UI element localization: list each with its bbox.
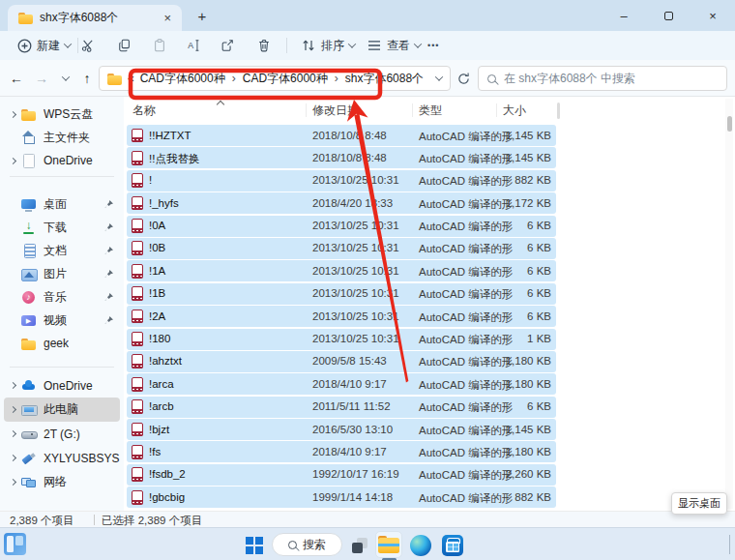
sidebar-item-label: WPS云盘 <box>44 106 93 123</box>
edge-icon <box>410 535 431 556</box>
column-header-size[interactable]: 大小 <box>503 103 526 119</box>
file-row[interactable]: !!HZTXT 2018/10/8 8:48 AutoCAD 编译的形 1,14… <box>127 125 556 146</box>
file-row[interactable]: !0A 2013/10/25 10:31 AutoCAD 编译的形 6 KB <box>127 216 556 237</box>
expand-chevron-icon[interactable] <box>10 430 16 437</box>
file-row[interactable]: !1B 2013/10/25 10:31 AutoCAD 编译的形 6 KB <box>127 283 556 305</box>
file-name: ! <box>149 174 152 186</box>
sidebar-item[interactable]: 图片 <box>4 262 120 285</box>
address-bar[interactable]: « CAD字体6000种 › CAD字体6000种 › shx字体6088个 <box>99 66 451 91</box>
file-row[interactable]: !gbcbig 1999/1/14 14:18 AutoCAD 编译的形 882… <box>127 486 556 508</box>
file-date-modified: 2011/5/11 11:52 <box>312 400 391 412</box>
expand-chevron-icon[interactable] <box>10 157 16 163</box>
close-button[interactable]: × <box>691 0 735 31</box>
column-header-type[interactable]: 类型 <box>419 103 442 119</box>
breadcrumb-overflow[interactable]: « <box>128 72 134 85</box>
edge-browser-button[interactable] <box>408 533 433 558</box>
file-row[interactable]: !bjzt 2016/5/30 13:10 AutoCAD 编译的形 1,145… <box>127 419 556 440</box>
widgets-icon[interactable] <box>4 533 26 555</box>
column-separator[interactable] <box>557 103 560 119</box>
file-explorer-taskbar-button[interactable] <box>375 531 402 558</box>
sidebar-item[interactable]: 视频 <box>4 309 120 332</box>
start-button[interactable] <box>242 533 267 558</box>
breadcrumb-item[interactable]: CAD字体6000种 <box>243 71 328 87</box>
breadcrumb-item[interactable]: CAD字体6000种 <box>140 71 225 87</box>
explorer-tab[interactable]: shx字体6088个 × <box>8 5 182 31</box>
share-button[interactable] <box>213 33 242 58</box>
tab-close-icon[interactable]: × <box>161 11 174 25</box>
file-row[interactable]: !arcb 2011/5/11 11:52 AutoCAD 编译的形 6 KB <box>127 397 556 418</box>
scrollbar-thumb[interactable] <box>727 116 732 132</box>
expand-chevron-icon[interactable] <box>10 382 16 389</box>
file-type: AutoCAD 编译的形 <box>419 378 513 393</box>
sidebar-item[interactable]: 2T (G:) <box>4 422 120 446</box>
rename-button[interactable]: A <box>179 33 208 58</box>
file-row[interactable]: !ahztxt 2009/5/8 15:43 AutoCAD 编译的形 1,18… <box>127 351 556 372</box>
sidebar-item-icon <box>21 154 36 168</box>
column-header-name[interactable]: 名称 <box>132 103 156 119</box>
more-options-button[interactable]: ••• <box>420 33 449 58</box>
titlebar: shx字体6088个 × + – × <box>0 0 735 31</box>
sidebar-item[interactable]: 文档 <box>4 239 120 262</box>
sidebar-item[interactable]: WPS云盘 <box>4 103 120 126</box>
vertical-scrollbar[interactable] <box>725 99 733 509</box>
up-button[interactable]: ↑ <box>76 68 98 89</box>
address-dropdown-icon[interactable] <box>435 73 443 80</box>
file-row[interactable]: !1A 2013/10/25 10:31 AutoCAD 编译的形 6 KB <box>127 260 556 281</box>
cut-button[interactable] <box>74 33 103 58</box>
minimize-button[interactable]: – <box>602 0 646 31</box>
sidebar-item[interactable]: 主文件夹 <box>4 126 120 149</box>
delete-button[interactable] <box>250 33 279 58</box>
file-row[interactable]: !fs 2018/4/10 9:17 AutoCAD 编译的形 1,180 KB <box>127 441 556 462</box>
file-row[interactable]: !2A 2013/10/25 10:31 AutoCAD 编译的形 6 KB <box>127 306 556 327</box>
sidebar-item-label: 视频 <box>44 312 67 329</box>
expand-chevron-icon[interactable] <box>10 479 16 486</box>
back-button[interactable]: ← <box>6 68 27 89</box>
new-tab-button[interactable]: + <box>191 7 213 26</box>
search-input[interactable] <box>504 72 718 85</box>
sidebar-item[interactable]: 下载 <box>4 216 120 239</box>
sidebar-item-label: 文档 <box>44 243 67 259</box>
file-row[interactable]: !arca 2018/4/10 9:17 AutoCAD 编译的形 1,180 … <box>127 373 556 395</box>
sidebar-item[interactable]: 此电脑 <box>4 398 120 422</box>
paste-button[interactable] <box>145 33 174 58</box>
search-box[interactable] <box>478 66 727 91</box>
microsoft-store-button[interactable] <box>440 533 465 558</box>
show-desktop-button[interactable] <box>729 535 730 554</box>
expand-chevron-icon[interactable] <box>10 110 16 117</box>
sidebar-item[interactable]: 网络 <box>4 470 120 494</box>
file-list: 名称 修改日期 类型 大小 !!HZTXT 2018/10/8 8:48 Aut… <box>124 97 735 511</box>
file-row[interactable]: !0B 2013/10/25 10:31 AutoCAD 编译的形 6 KB <box>127 238 556 259</box>
file-row[interactable]: !!点我替换 2018/10/8 8:48 AutoCAD 编译的形 1,145… <box>127 147 556 168</box>
task-view-button[interactable] <box>347 533 372 558</box>
refresh-button[interactable] <box>453 68 474 89</box>
sidebar-item[interactable]: OneDrive <box>4 149 120 172</box>
forward-button[interactable]: → <box>31 68 52 89</box>
file-row[interactable]: !_hyfs 2018/4/20 18:33 AutoCAD 编译的形 1,17… <box>127 192 556 214</box>
sidebar-item[interactable]: 桌面 <box>4 192 120 216</box>
recent-locations-button[interactable] <box>55 68 76 89</box>
new-button[interactable]: 新建 <box>10 33 78 58</box>
file-date-modified: 2018/10/8 8:48 <box>312 130 387 141</box>
view-button[interactable]: 查看 <box>359 33 428 58</box>
column-header-date[interactable]: 修改日期 <box>312 103 359 119</box>
sidebar-item[interactable]: 音乐 <box>4 285 120 309</box>
taskbar-search[interactable]: 搜索 <box>272 533 342 556</box>
maximize-button[interactable] <box>646 0 691 31</box>
file-type: AutoCAD 编译的形 <box>419 265 513 280</box>
chevron-down-icon <box>64 40 72 47</box>
shx-file-icon <box>132 196 143 211</box>
file-row[interactable]: !fsdb_2 1992/10/17 16:19 AutoCAD 编译的形 2,… <box>127 464 556 486</box>
sidebar-item[interactable]: XYLYUSBSYS (F:) <box>4 446 120 470</box>
expand-chevron-icon[interactable] <box>10 406 16 413</box>
expand-chevron-icon[interactable] <box>10 455 16 461</box>
pin-icon <box>104 270 113 279</box>
sidebar-item[interactable]: geek <box>4 332 120 355</box>
file-size: 6 KB <box>527 242 551 253</box>
file-row[interactable]: ! 2013/10/25 10:31 AutoCAD 编译的形 882 KB <box>127 170 556 192</box>
paste-icon <box>153 38 166 53</box>
breadcrumb-item[interactable]: shx字体6088个 <box>345 71 424 87</box>
sort-button[interactable]: 排序 <box>293 33 363 58</box>
copy-button[interactable] <box>110 33 139 58</box>
sidebar-item[interactable]: OneDrive <box>4 373 120 398</box>
file-row[interactable]: !180 2013/10/25 10:31 AutoCAD 编译的形 1 KB <box>127 329 556 350</box>
